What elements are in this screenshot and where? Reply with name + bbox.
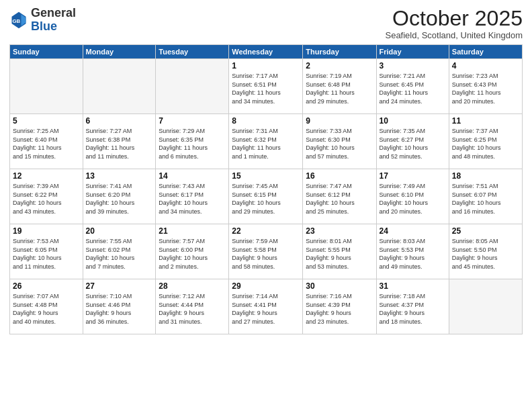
day-cell: 23Sunrise: 8:01 AM Sunset: 5:55 PM Dayli… [303,224,376,279]
col-saturday: Saturday [449,45,522,59]
day-number: 29 [232,281,300,291]
day-number: 4 [452,61,519,71]
svg-marker-1 [21,14,26,26]
day-cell: 19Sunrise: 7:53 AM Sunset: 6:05 PM Dayli… [10,224,83,279]
day-cell: 31Sunrise: 7:18 AM Sunset: 4:37 PM Dayli… [376,279,449,334]
day-cell: 25Sunrise: 8:05 AM Sunset: 5:50 PM Dayli… [449,224,522,279]
day-info: Sunrise: 8:03 AM Sunset: 5:53 PM Dayligh… [380,237,446,271]
day-info: Sunrise: 7:18 AM Sunset: 4:37 PM Dayligh… [380,292,446,326]
day-number: 30 [306,281,373,291]
day-number: 2 [306,61,373,71]
col-friday: Friday [376,45,449,59]
day-info: Sunrise: 7:21 AM Sunset: 6:45 PM Dayligh… [380,72,446,105]
day-cell: 1Sunrise: 7:17 AM Sunset: 6:51 PM Daylig… [229,59,303,114]
col-tuesday: Tuesday [156,45,229,59]
day-number: 6 [86,116,153,126]
col-monday: Monday [83,45,156,59]
day-info: Sunrise: 7:45 AM Sunset: 6:15 PM Dayligh… [232,182,300,216]
day-number: 25 [452,226,519,236]
day-cell: 20Sunrise: 7:55 AM Sunset: 6:02 PM Dayli… [83,224,156,279]
day-number: 12 [13,171,80,181]
day-cell: 13Sunrise: 7:41 AM Sunset: 6:20 PM Dayli… [83,169,156,224]
day-number: 26 [13,281,80,291]
day-info: Sunrise: 7:37 AM Sunset: 6:25 PM Dayligh… [452,127,519,161]
calendar-table: Sunday Monday Tuesday Wednesday Thursday… [9,44,523,334]
day-info: Sunrise: 7:14 AM Sunset: 4:41 PM Dayligh… [232,292,300,326]
day-number: 8 [232,116,300,126]
day-info: Sunrise: 7:33 AM Sunset: 6:30 PM Dayligh… [306,127,373,161]
day-number: 19 [13,226,80,236]
day-cell: 24Sunrise: 8:03 AM Sunset: 5:53 PM Dayli… [376,224,449,279]
day-cell: 12Sunrise: 7:39 AM Sunset: 6:22 PM Dayli… [10,169,83,224]
day-info: Sunrise: 7:35 AM Sunset: 6:27 PM Dayligh… [380,127,446,161]
day-number: 9 [306,116,373,126]
day-info: Sunrise: 8:01 AM Sunset: 5:55 PM Dayligh… [306,237,373,271]
day-number: 24 [380,226,446,236]
day-cell: 7Sunrise: 7:29 AM Sunset: 6:35 PM Daylig… [156,114,229,169]
day-cell: 10Sunrise: 7:35 AM Sunset: 6:27 PM Dayli… [376,114,449,169]
day-number: 18 [452,171,519,181]
week-row-2: 5Sunrise: 7:25 AM Sunset: 6:40 PM Daylig… [10,114,523,169]
day-number: 22 [232,226,300,236]
day-info: Sunrise: 7:53 AM Sunset: 6:05 PM Dayligh… [13,237,80,271]
day-cell: 17Sunrise: 7:49 AM Sunset: 6:10 PM Dayli… [376,169,449,224]
day-cell: 15Sunrise: 7:45 AM Sunset: 6:15 PM Dayli… [229,169,303,224]
day-cell: 3Sunrise: 7:21 AM Sunset: 6:45 PM Daylig… [376,59,449,114]
week-row-4: 19Sunrise: 7:53 AM Sunset: 6:05 PM Dayli… [10,224,523,279]
day-info: Sunrise: 7:57 AM Sunset: 6:00 PM Dayligh… [159,237,226,271]
day-cell: 8Sunrise: 7:31 AM Sunset: 6:32 PM Daylig… [229,114,303,169]
day-cell: 29Sunrise: 7:14 AM Sunset: 4:41 PM Dayli… [229,279,303,334]
day-number: 13 [86,171,153,181]
page-container: GB General Blue October 2025 Seafield, S… [0,0,532,411]
day-info: Sunrise: 7:43 AM Sunset: 6:17 PM Dayligh… [159,182,226,216]
day-number: 17 [380,171,446,181]
month-title: October 2025 [385,7,523,30]
day-number: 14 [159,171,226,181]
day-info: Sunrise: 7:27 AM Sunset: 6:38 PM Dayligh… [86,127,153,161]
day-number: 10 [380,116,446,126]
header: GB General Blue October 2025 Seafield, S… [9,7,523,40]
day-number: 16 [306,171,373,181]
col-wednesday: Wednesday [229,45,303,59]
day-cell [83,59,156,114]
day-info: Sunrise: 7:29 AM Sunset: 6:35 PM Dayligh… [159,127,226,161]
day-cell [156,59,229,114]
day-info: Sunrise: 7:12 AM Sunset: 4:44 PM Dayligh… [159,292,226,326]
col-sunday: Sunday [10,45,83,59]
day-info: Sunrise: 7:49 AM Sunset: 6:10 PM Dayligh… [380,182,446,216]
svg-text:GB: GB [12,17,20,24]
day-cell [10,59,83,114]
day-number: 5 [13,116,80,126]
logo-icon: GB [9,11,28,30]
header-row: Sunday Monday Tuesday Wednesday Thursday… [10,45,523,59]
day-cell [449,279,522,334]
day-cell: 30Sunrise: 7:16 AM Sunset: 4:39 PM Dayli… [303,279,376,334]
day-info: Sunrise: 7:17 AM Sunset: 6:51 PM Dayligh… [232,72,300,105]
day-cell: 21Sunrise: 7:57 AM Sunset: 6:00 PM Dayli… [156,224,229,279]
day-cell: 16Sunrise: 7:47 AM Sunset: 6:12 PM Dayli… [303,169,376,224]
day-info: Sunrise: 7:10 AM Sunset: 4:46 PM Dayligh… [86,292,153,326]
logo-blue: Blue [31,19,57,33]
day-number: 3 [380,61,446,71]
day-cell: 2Sunrise: 7:19 AM Sunset: 6:48 PM Daylig… [303,59,376,114]
day-cell: 6Sunrise: 7:27 AM Sunset: 6:38 PM Daylig… [83,114,156,169]
day-cell: 22Sunrise: 7:59 AM Sunset: 5:58 PM Dayli… [229,224,303,279]
day-info: Sunrise: 7:47 AM Sunset: 6:12 PM Dayligh… [306,182,373,216]
day-info: Sunrise: 7:19 AM Sunset: 6:48 PM Dayligh… [306,72,373,105]
day-number: 27 [86,281,153,291]
week-row-5: 26Sunrise: 7:07 AM Sunset: 4:48 PM Dayli… [10,279,523,334]
day-cell: 11Sunrise: 7:37 AM Sunset: 6:25 PM Dayli… [449,114,522,169]
day-info: Sunrise: 7:16 AM Sunset: 4:39 PM Dayligh… [306,292,373,326]
day-info: Sunrise: 7:59 AM Sunset: 5:58 PM Dayligh… [232,237,300,271]
day-cell: 26Sunrise: 7:07 AM Sunset: 4:48 PM Dayli… [10,279,83,334]
day-info: Sunrise: 7:39 AM Sunset: 6:22 PM Dayligh… [13,182,80,216]
day-number: 23 [306,226,373,236]
day-cell: 5Sunrise: 7:25 AM Sunset: 6:40 PM Daylig… [10,114,83,169]
day-info: Sunrise: 7:07 AM Sunset: 4:48 PM Dayligh… [13,292,80,326]
day-number: 1 [232,61,300,71]
day-number: 11 [452,116,519,126]
day-number: 31 [380,281,446,291]
day-info: Sunrise: 7:41 AM Sunset: 6:20 PM Dayligh… [86,182,153,216]
day-info: Sunrise: 7:51 AM Sunset: 6:07 PM Dayligh… [452,182,519,216]
day-number: 28 [159,281,226,291]
